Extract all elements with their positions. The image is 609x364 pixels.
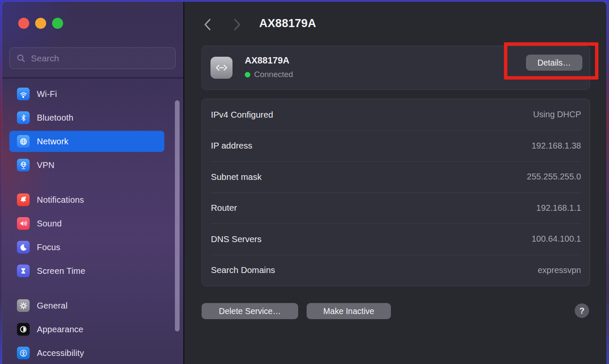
- row-label: DNS Servers: [211, 234, 262, 244]
- sidebar-item-label: Accessibility: [37, 348, 84, 358]
- notifications-bell-icon: [17, 193, 30, 206]
- make-inactive-button[interactable]: Make Inactive: [307, 303, 391, 319]
- chevron-right-icon: [233, 18, 241, 31]
- details-button[interactable]: Details…: [526, 55, 582, 71]
- ethernet-adapter-icon: [210, 57, 233, 79]
- accessibility-person-icon: [17, 347, 30, 359]
- network-globe-icon: [17, 135, 30, 148]
- system-settings-window: Wi-Fi Bluetooth Network VPN: [2, 2, 606, 364]
- device-status: Connected: [245, 70, 293, 79]
- sidebar-item-label: Sound: [37, 219, 62, 229]
- sidebar-item-label: Focus: [37, 243, 60, 252]
- sidebar-item-screen-time[interactable]: Screen Time: [9, 260, 164, 281]
- close-window-button[interactable]: [18, 18, 29, 29]
- sidebar-item-general[interactable]: General: [9, 295, 164, 316]
- network-detail-pane: AX88179A AX88179A Connected Details… IPv…: [184, 2, 606, 364]
- sidebar-group-general: General Appearance Accessibility: [9, 295, 164, 364]
- window-controls: [18, 18, 63, 29]
- screen-time-hourglass-icon: [17, 265, 30, 277]
- sidebar-group-network: Wi-Fi Bluetooth Network VPN: [9, 83, 164, 178]
- bluetooth-icon: [17, 111, 30, 124]
- sidebar-item-sound[interactable]: Sound: [9, 213, 164, 234]
- row-value: 100.64.100.1: [531, 234, 581, 244]
- sidebar-item-focus[interactable]: Focus: [9, 237, 164, 258]
- sidebar-scrollbar[interactable]: [175, 100, 180, 331]
- network-settings-list: IPv4 Configured Using DHCP IP address 19…: [202, 99, 590, 286]
- status-text: Connected: [254, 70, 293, 79]
- row-subnet-mask: Subnet mask 255.255.255.0: [202, 161, 590, 193]
- row-ipv4-configured: IPv4 Configured Using DHCP: [202, 99, 590, 130]
- search-icon: [16, 53, 26, 63]
- sidebar-item-label: Appearance: [37, 325, 83, 334]
- search-input[interactable]: [31, 53, 158, 63]
- device-card: AX88179A Connected Details…: [202, 46, 590, 90]
- row-dns-servers: DNS Servers 100.64.100.1: [202, 223, 590, 255]
- search-field[interactable]: [9, 47, 176, 69]
- sidebar-item-notifications[interactable]: Notifications: [9, 189, 164, 210]
- row-search-domains: Search Domains expressvpn: [202, 255, 590, 286]
- chevron-left-icon: [204, 18, 211, 31]
- sidebar-item-network[interactable]: Network: [9, 131, 164, 152]
- sidebar-item-appearance[interactable]: Appearance: [9, 319, 164, 340]
- row-value: Using DHCP: [533, 110, 581, 119]
- help-button[interactable]: ?: [575, 303, 589, 318]
- forward-button[interactable]: [230, 17, 244, 32]
- general-gear-icon: [17, 299, 30, 312]
- vpn-icon: [17, 159, 30, 171]
- zoom-window-button[interactable]: [52, 18, 63, 29]
- sidebar-item-bluetooth[interactable]: Bluetooth: [9, 107, 164, 128]
- device-name: AX88179A: [245, 55, 293, 66]
- sidebar-item-label: Bluetooth: [37, 113, 73, 123]
- sidebar: Wi-Fi Bluetooth Network VPN: [2, 2, 183, 364]
- row-ip-address: IP address 192.168.1.38: [202, 130, 590, 162]
- sound-speaker-icon: [17, 217, 30, 230]
- row-label: Subnet mask: [211, 172, 262, 182]
- appearance-contrast-icon: [17, 323, 30, 336]
- row-value: 192.168.1.38: [531, 141, 581, 151]
- row-label: IP address: [211, 141, 252, 151]
- sidebar-item-label: General: [37, 301, 68, 311]
- sidebar-item-wifi[interactable]: Wi-Fi: [9, 83, 164, 105]
- row-value: expressvpn: [538, 265, 581, 275]
- sidebar-item-label: Network: [37, 137, 69, 146]
- row-value: 192.168.1.1: [536, 203, 581, 213]
- device-info: AX88179A Connected: [245, 55, 293, 79]
- page-title: AX88179A: [259, 17, 316, 30]
- wifi-icon: [17, 88, 30, 100]
- row-router: Router 192.168.1.1: [202, 193, 590, 224]
- sidebar-item-vpn[interactable]: VPN: [9, 154, 164, 176]
- sidebar-item-label: VPN: [37, 160, 55, 170]
- sidebar-item-label: Notifications: [37, 195, 84, 205]
- sidebar-item-label: Screen Time: [37, 266, 85, 276]
- sidebar-item-accessibility[interactable]: Accessibility: [9, 342, 164, 364]
- delete-service-button[interactable]: Delete Service…: [202, 303, 298, 319]
- status-dot-icon: [245, 72, 250, 77]
- focus-moon-icon: [17, 241, 30, 254]
- minimize-window-button[interactable]: [35, 18, 46, 29]
- sidebar-group-attention: Notifications Sound Focus Screen Time: [9, 189, 164, 284]
- sidebar-divider: [2, 77, 183, 78]
- row-label: Search Domains: [211, 265, 275, 275]
- sidebar-item-label: Wi-Fi: [37, 89, 57, 99]
- row-value: 255.255.255.0: [527, 172, 581, 182]
- back-button[interactable]: [200, 17, 215, 32]
- row-label: IPv4 Configured: [211, 110, 273, 120]
- row-label: Router: [211, 203, 237, 213]
